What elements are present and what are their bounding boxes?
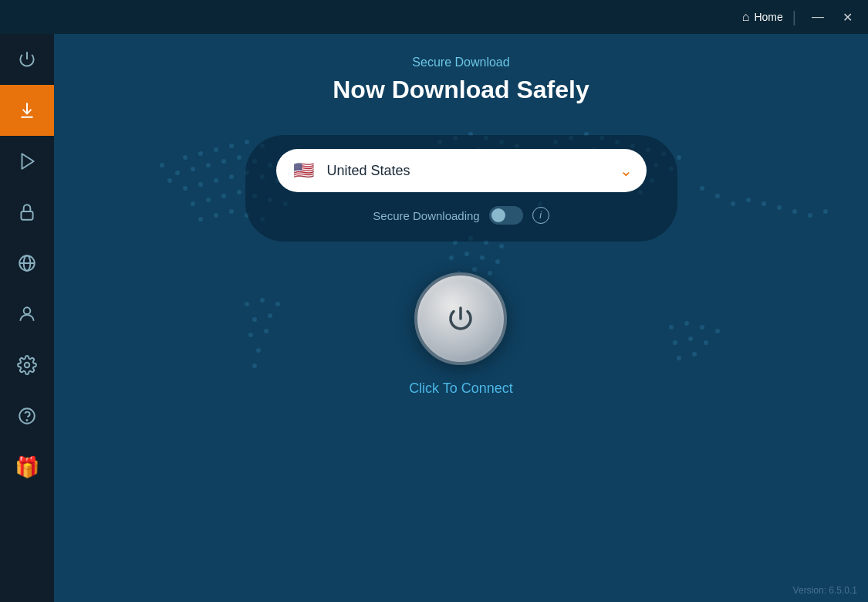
sidebar-item-play[interactable]: [0, 136, 54, 187]
power-button-icon: [444, 302, 478, 336]
info-icon[interactable]: i: [532, 207, 549, 224]
svg-point-4: [24, 307, 31, 314]
sidebar-item-lock[interactable]: [0, 187, 54, 238]
main-layout: 🎁: [0, 34, 868, 602]
svg-point-5: [25, 363, 30, 368]
power-button-container: Click To Connect: [409, 272, 513, 397]
selector-container: 🇺🇸 United States ⌄ Secure Downloading i: [245, 135, 677, 242]
sidebar-item-gift[interactable]: 🎁: [0, 441, 54, 492]
home-button[interactable]: ⌂ Home: [742, 10, 783, 24]
home-label: Home: [754, 11, 782, 23]
play-icon: [17, 151, 37, 171]
click-to-connect[interactable]: Click To Connect: [409, 380, 513, 397]
country-name: United States: [327, 163, 610, 179]
help-icon: [17, 406, 37, 426]
sidebar-item-ip[interactable]: [0, 238, 54, 289]
toggle-knob: [491, 208, 505, 222]
page-title: Now Download Safely: [333, 76, 589, 104]
sidebar-item-help[interactable]: [0, 391, 54, 441]
toggle-row: Secure Downloading i: [373, 206, 549, 225]
version-label: Version: 6.5.0.1: [793, 585, 857, 596]
sidebar-item-power[interactable]: [0, 34, 54, 85]
home-icon: ⌂: [742, 10, 750, 24]
toggle-label: Secure Downloading: [373, 209, 479, 222]
content-inner: Secure Download Now Download Safely 🇺🇸 U…: [54, 34, 868, 397]
svg-point-7: [26, 420, 27, 421]
power-icon: [17, 49, 37, 69]
download-icon: [17, 100, 37, 120]
content-area: Secure Download Now Download Safely 🇺🇸 U…: [54, 34, 868, 602]
close-button[interactable]: ✕: [836, 7, 859, 28]
separator: |: [792, 8, 796, 26]
svg-marker-0: [22, 154, 34, 169]
sidebar-item-profile[interactable]: [0, 289, 54, 340]
sidebar: 🎁: [0, 34, 54, 602]
gear-icon: [17, 355, 37, 375]
lock-icon: [17, 202, 37, 222]
sidebar-item-download[interactable]: [0, 85, 54, 136]
chevron-down-icon: ⌄: [620, 161, 633, 180]
power-button[interactable]: [414, 272, 507, 365]
minimize-button[interactable]: —: [806, 7, 830, 27]
title-bar: ⌂ Home | — ✕: [0, 0, 868, 34]
country-dropdown[interactable]: 🇺🇸 United States ⌄: [276, 149, 647, 192]
profile-icon: [17, 304, 37, 324]
page-subtitle: Secure Download: [412, 56, 509, 69]
country-flag: 🇺🇸: [290, 157, 318, 184]
svg-rect-1: [21, 211, 32, 220]
flag-emoji: 🇺🇸: [293, 161, 314, 181]
gift-icon: 🎁: [15, 455, 39, 479]
ip-icon: [17, 253, 37, 273]
sidebar-item-settings[interactable]: [0, 340, 54, 391]
secure-downloading-toggle[interactable]: [489, 206, 523, 225]
